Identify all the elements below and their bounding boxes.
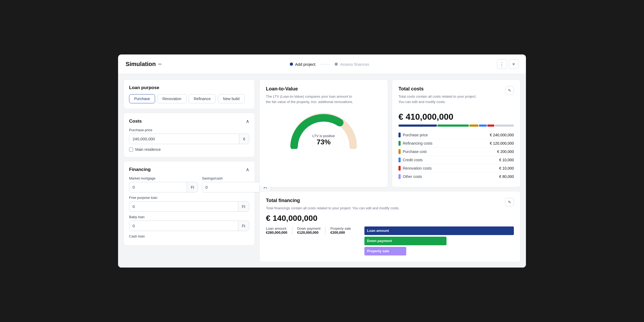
gauge-wrap: LTV is positive 73% — [289, 111, 358, 149]
fin-label-property-sale: Property sale €200,000 — [330, 226, 356, 235]
savings-cash-input[interactable] — [202, 182, 259, 192]
cost-value-refinancing: € 120,000,000 — [490, 141, 514, 145]
fin-bar-property-sale: Property sale — [364, 247, 406, 255]
financing-bottom: Loan amount €280,000,000 Down payment €1… — [266, 226, 514, 255]
header-actions: ⋮ × — [497, 59, 518, 69]
costs-section-header: Costs ∧ — [129, 118, 249, 124]
loan-purpose-buttons: Purchase Renovation Refinance New build — [129, 94, 249, 103]
total-financing-card: Total financing Total financings contain… — [259, 191, 521, 262]
main-residence-label: Main residence — [135, 147, 161, 152]
cost-dot-purchase-cost — [398, 149, 401, 154]
cost-label-renovation: Renovation costs — [398, 166, 431, 171]
step-dot-add-project — [290, 63, 293, 66]
free-purpose-loan-input[interactable] — [129, 202, 238, 211]
left-panel: Loan purpose Purchase Renovation Refinan… — [123, 79, 255, 262]
market-mortgage-label: Market mortgage — [129, 176, 198, 180]
cost-row-purchase-price: Purchase price € 240,000,000 — [398, 131, 514, 139]
modal-title: Simulation — [126, 61, 156, 68]
total-financing-amount: € 140,000,000 — [266, 214, 514, 223]
ltv-percent: 73% — [312, 138, 335, 146]
baby-loan-input[interactable] — [129, 221, 238, 231]
cost-dot-purchase-price — [398, 133, 401, 137]
baby-loan-suffix: Ft — [238, 221, 249, 231]
baby-loan-input-row: Ft — [129, 221, 249, 231]
total-costs-amount: € 410,000,000 — [398, 112, 514, 122]
loan-purpose-title: Loan purpose — [129, 85, 249, 90]
financing-card: Financing ∧ Market mortgage Ft Savings/c… — [123, 161, 255, 246]
cost-row-credit: Credit costs € 10,000 — [398, 156, 514, 164]
costs-chevron-icon[interactable]: ∧ — [246, 118, 249, 124]
cost-label-refinancing: Refinancing costs — [398, 141, 433, 146]
purchase-price-label: Purchase price — [129, 128, 249, 132]
right-panels: Loan-to-Value The LTV (Loan-to-Value) co… — [259, 79, 521, 262]
ltv-status: LTV is positive — [312, 134, 335, 138]
purpose-new-build-button[interactable]: New build — [218, 94, 244, 103]
loan-purpose-card: Loan purpose Purchase Renovation Refinan… — [123, 79, 255, 109]
ltv-description: The LTV (Loan-to-Value) compares your lo… — [266, 94, 381, 104]
title-edit-icon[interactable]: ✏ — [158, 62, 162, 67]
total-financing-description: Total financings contain all costs relat… — [266, 206, 400, 211]
bar-refinancing — [437, 125, 469, 127]
bar-purchase-cost — [469, 125, 478, 127]
cost-label-purchase-price: Purchase price — [398, 133, 428, 137]
financing-label-items: Loan amount €280,000,000 Down payment €1… — [266, 226, 361, 235]
header-left: Simulation ✏ — [126, 61, 162, 68]
total-costs-title: Total costs — [398, 86, 476, 92]
fin-label-down-payment: Down payment €120,000,000 — [297, 226, 326, 235]
total-financing-header-row: Total financing Total financings contain… — [266, 198, 514, 211]
purchase-price-input[interactable] — [129, 134, 239, 144]
financing-bars: Loan amount Down payment Property sale — [364, 226, 514, 255]
fin-label-loan-amount: Loan amount €280,000,000 — [266, 226, 292, 235]
cost-value-renovation: € 10,000 — [499, 166, 514, 170]
step-dot-assess-finances — [335, 63, 338, 66]
step-label-add-project: Add project — [295, 62, 316, 67]
total-financing-header-left: Total financing Total financings contain… — [266, 198, 400, 211]
gauge-text: LTV is positive 73% — [312, 134, 335, 146]
cost-value-other: € 80,000 — [499, 174, 514, 179]
cost-label-other: Other costs — [398, 174, 422, 179]
financing-top-fields: Market mortgage Ft Savings/cash Ft — [129, 176, 249, 196]
cost-dot-other — [398, 174, 401, 179]
financing-chevron-icon[interactable]: ∧ — [246, 167, 249, 173]
cost-items-list: Purchase price € 240,000,000 Refinancing… — [398, 131, 514, 181]
market-mortgage-input[interactable] — [129, 182, 187, 192]
purchase-price-input-row: € — [129, 134, 249, 144]
step-connector — [320, 64, 330, 64]
more-options-button[interactable]: ⋮ — [497, 59, 507, 69]
cost-dot-renovation — [398, 166, 401, 171]
cost-value-purchase-cost: € 200,000 — [497, 149, 514, 154]
total-costs-header-row: Total costs Total costs contain all cost… — [398, 86, 514, 109]
bar-purchase-price — [398, 125, 437, 127]
close-button[interactable]: × — [509, 59, 518, 69]
cost-row-renovation: Renovation costs € 10,000 — [398, 164, 514, 173]
purpose-refinance-button[interactable]: Refinance — [189, 94, 216, 103]
cost-dot-refinancing — [398, 141, 401, 146]
bar-renovation — [487, 125, 494, 127]
free-purpose-loan-label: Free purpose loan — [129, 196, 249, 200]
cost-label-purchase-cost: Purchase cost — [398, 149, 427, 154]
total-costs-header-left: Total costs Total costs contain all cost… — [398, 86, 476, 109]
total-financing-edit-button[interactable]: ✎ — [505, 198, 514, 206]
market-mortgage-suffix: Ft — [187, 182, 198, 192]
purpose-renovation-button[interactable]: Renovation — [157, 94, 186, 103]
bar-credit — [479, 125, 487, 127]
main-residence-checkbox[interactable] — [129, 148, 133, 152]
total-financing-title: Total financing — [266, 198, 400, 203]
cost-label-credit: Credit costs — [398, 158, 423, 162]
step-assess-finances: Assess finances — [335, 62, 369, 67]
cost-value-credit: € 10,000 — [499, 158, 514, 162]
purpose-purchase-button[interactable]: Purchase — [129, 94, 155, 103]
fin-bar-down-payment: Down payment — [364, 237, 447, 245]
costs-title: Costs — [129, 119, 142, 124]
fin-bar-loan-amount: Loan amount — [364, 226, 514, 235]
gauge-container: LTV is positive 73% — [266, 109, 381, 152]
bar-other — [495, 125, 514, 127]
total-costs-edit-button[interactable]: ✎ — [505, 86, 514, 95]
step-add-project: Add project — [290, 62, 316, 67]
free-purpose-loan-input-row: Ft — [129, 201, 249, 212]
market-mortgage-field: Market mortgage Ft — [129, 176, 198, 196]
top-row: Loan-to-Value The LTV (Loan-to-Value) co… — [259, 79, 521, 187]
financing-section-header: Financing ∧ — [129, 167, 249, 173]
total-costs-card: Total costs Total costs contain all cost… — [392, 79, 521, 187]
cost-row-purchase-cost: Purchase cost € 200,000 — [398, 148, 514, 156]
